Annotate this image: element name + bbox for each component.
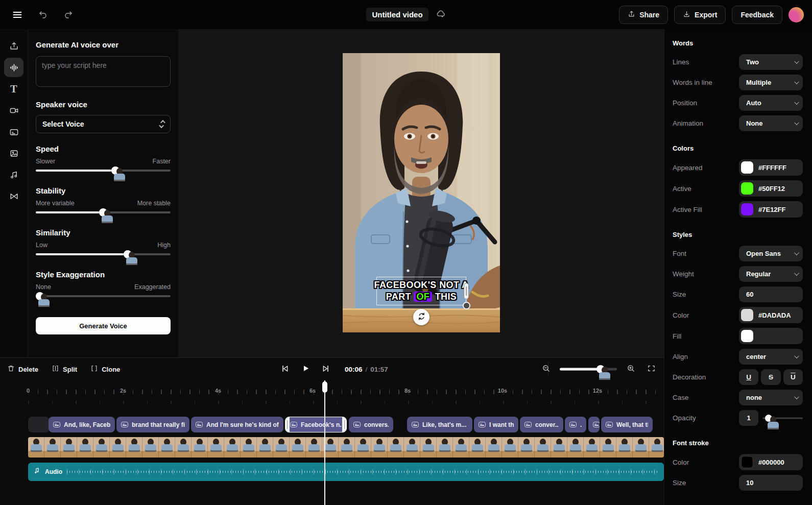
appeared-color-picker[interactable]: #FFFFFF — [739, 159, 803, 176]
timeline-clip[interactable]: I want that... — [474, 417, 518, 432]
video-thumbnail[interactable] — [437, 437, 453, 458]
video-thumbnail[interactable] — [77, 437, 93, 458]
video-thumbnail[interactable] — [584, 437, 600, 458]
weight-dropdown[interactable]: Regular — [739, 266, 803, 282]
strikethrough-button[interactable]: S — [761, 369, 780, 385]
video-thumbnail[interactable] — [551, 437, 567, 458]
project-title[interactable]: Untitled video — [366, 8, 428, 21]
rail-upload-button[interactable] — [4, 36, 23, 56]
video-thumbnail[interactable] — [388, 437, 404, 458]
rail-image-button[interactable] — [4, 143, 23, 163]
video-thumbnail[interactable] — [306, 437, 322, 458]
video-thumbnail[interactable] — [453, 437, 469, 458]
stroke-size-input[interactable] — [739, 475, 803, 491]
timeline-clip[interactable]: And I'm sure he's kind of l... — [191, 417, 283, 432]
video-thumbnail[interactable] — [142, 437, 159, 458]
video-thumbnail[interactable] — [518, 437, 535, 458]
avatar[interactable] — [789, 7, 804, 22]
voice-select[interactable]: Select Voice — [36, 115, 171, 133]
font-size-input[interactable] — [739, 286, 803, 302]
skip-forward-button[interactable] — [319, 363, 332, 376]
rail-ai-voice-button[interactable] — [4, 58, 23, 77]
video-thumbnail[interactable] — [192, 437, 208, 458]
video-thumbnail[interactable] — [257, 437, 273, 458]
align-dropdown[interactable]: center — [739, 349, 803, 365]
video-thumbnail[interactable] — [126, 437, 142, 458]
timeline-clip[interactable]: Like, that's m... — [407, 417, 472, 432]
split-button[interactable]: Split — [52, 365, 77, 374]
stability-slider[interactable] — [36, 208, 171, 217]
video-thumbnail[interactable] — [469, 437, 486, 458]
script-input[interactable] — [36, 56, 171, 87]
timeline-clip[interactable] — [28, 417, 50, 432]
timeline-clip[interactable]: convers... — [349, 417, 393, 432]
timeline-clip[interactable]: brand that really fi... — [116, 417, 189, 432]
rail-captions-button[interactable] — [4, 122, 23, 141]
video-thumbnail[interactable] — [273, 437, 290, 458]
video-thumbnail[interactable] — [175, 437, 192, 458]
video-thumbnail[interactable] — [371, 437, 388, 458]
video-thumbnail[interactable] — [241, 437, 257, 458]
overline-button[interactable]: U — [783, 369, 803, 385]
video-track[interactable] — [28, 437, 664, 458]
video-thumbnail[interactable] — [93, 437, 110, 458]
active-color-picker[interactable]: #50FF12 — [739, 180, 803, 197]
video-thumbnail[interactable] — [61, 437, 77, 458]
rail-text-button[interactable]: T — [4, 79, 23, 99]
words-in-line-dropdown[interactable]: Multiple — [739, 75, 803, 90]
trim-handle-left[interactable] — [285, 417, 290, 432]
speed-slider[interactable] — [36, 166, 171, 175]
fill-color-picker[interactable] — [739, 328, 803, 344]
playhead[interactable] — [324, 380, 325, 505]
timeline-ruler[interactable]: 02s4s6s8s10s12s — [0, 380, 664, 406]
font-dropdown[interactable]: Open Sans — [739, 246, 803, 261]
opacity-slider[interactable] — [762, 414, 803, 422]
share-button[interactable]: Share — [619, 6, 668, 24]
delete-button[interactable]: Delete — [7, 365, 38, 374]
video-preview[interactable]: FACEBOOK'S NOT A PART OF THIS — [343, 53, 500, 332]
video-thumbnail[interactable] — [616, 437, 633, 458]
opacity-input[interactable] — [739, 410, 758, 426]
play-button[interactable] — [299, 363, 312, 376]
export-button[interactable]: Export — [674, 6, 726, 24]
video-thumbnail[interactable] — [110, 437, 126, 458]
redo-button[interactable] — [60, 7, 77, 23]
similarity-slider[interactable] — [36, 250, 171, 259]
caption-resize-handle[interactable] — [464, 283, 469, 299]
video-thumbnail[interactable] — [208, 437, 224, 458]
video-thumbnail[interactable] — [224, 437, 241, 458]
timeline-clip[interactable]: conver... — [520, 417, 563, 432]
video-thumbnail[interactable] — [355, 437, 371, 458]
underline-button[interactable]: U — [739, 369, 758, 385]
timeline-clip[interactable] — [588, 417, 600, 432]
clone-button[interactable]: Clone — [90, 365, 120, 374]
video-thumbnail[interactable] — [502, 437, 518, 458]
lines-dropdown[interactable]: Two — [739, 54, 803, 70]
font-color-picker[interactable]: #DADADA — [739, 307, 803, 323]
video-thumbnail[interactable] — [535, 437, 551, 458]
skip-back-button[interactable] — [278, 363, 292, 376]
video-thumbnail[interactable] — [290, 437, 306, 458]
video-thumbnail[interactable] — [159, 437, 175, 458]
video-thumbnail[interactable] — [649, 437, 664, 458]
rail-transitions-button[interactable] — [4, 186, 23, 206]
audio-track[interactable]: Audio — [28, 463, 664, 481]
style-exaggeration-slider[interactable] — [36, 292, 171, 301]
video-thumbnail[interactable] — [567, 437, 584, 458]
active-fill-color-picker[interactable]: #7E12FF — [739, 201, 803, 218]
playhead-handle[interactable] — [322, 381, 327, 393]
video-thumbnail[interactable] — [600, 437, 616, 458]
timeline-clip[interactable]: ... — [565, 417, 586, 432]
menu-button[interactable] — [9, 7, 26, 23]
caption-selection-box[interactable]: FACEBOOK'S NOT A PART OF THIS — [376, 277, 466, 305]
video-thumbnail[interactable] — [486, 437, 502, 458]
video-thumbnail[interactable] — [339, 437, 355, 458]
trim-handle-right[interactable] — [342, 417, 347, 432]
feedback-button[interactable]: Feedback — [732, 6, 782, 24]
video-thumbnail[interactable] — [633, 437, 649, 458]
position-dropdown[interactable]: Auto — [739, 95, 803, 111]
fit-timeline-button[interactable] — [644, 363, 658, 376]
animation-dropdown[interactable]: None — [739, 115, 803, 131]
video-thumbnail[interactable] — [44, 437, 61, 458]
rail-music-button[interactable] — [4, 165, 23, 184]
